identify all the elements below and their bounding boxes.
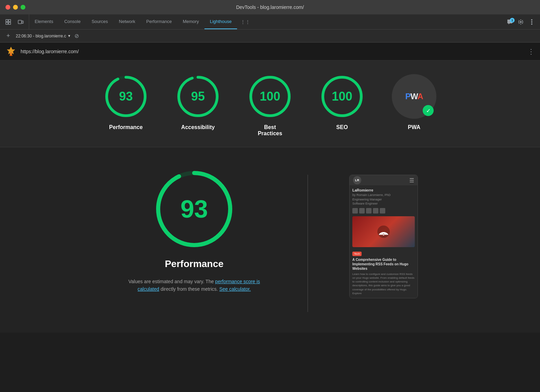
pwa-circle: PWA ✓ xyxy=(392,74,436,119)
minimize-button[interactable] xyxy=(13,5,18,10)
screenshot-header: LR ☰ xyxy=(350,175,418,185)
svg-rect-0 xyxy=(6,20,8,22)
maximize-button[interactable] xyxy=(21,5,25,10)
title-bar: DevTools - blog.laromierre.com/ xyxy=(0,0,540,14)
device-mode-icon[interactable] xyxy=(16,17,25,27)
accessibility-score-value: 95 xyxy=(191,89,205,104)
pwa-text: PWA xyxy=(405,92,423,101)
svg-rect-11 xyxy=(10,52,12,55)
accessibility-circle: 95 xyxy=(176,74,220,119)
score-pwa[interactable]: PWA ✓ PWA xyxy=(392,74,436,130)
seo-circle: 100 xyxy=(320,74,364,119)
lighthouse-logo-icon xyxy=(5,46,16,57)
seo-label: SEO xyxy=(336,124,348,130)
main-performance-section: 93 Performance Values are estimated and … xyxy=(0,147,540,333)
svg-point-7 xyxy=(531,19,532,21)
social-icon-3 xyxy=(366,208,372,214)
lighthouse-header: https://blog.laromierre.com/ ⋮ xyxy=(0,43,540,60)
chat-badge: 1 xyxy=(510,18,515,23)
lighthouse-more-button[interactable]: ⋮ xyxy=(528,47,535,56)
svg-point-23 xyxy=(377,226,390,238)
more-options-icon[interactable] xyxy=(527,17,537,27)
best-practices-circle: 100 xyxy=(248,74,292,119)
score-description: Values are estimated and may vary. The p… xyxy=(122,278,266,293)
screenshot-article-desc: Learn how to configure and customize RSS… xyxy=(352,272,415,295)
lighthouse-url: https://blog.laromierre.com/ xyxy=(21,49,528,54)
svg-point-8 xyxy=(531,21,532,23)
score-best-practices[interactable]: 100 BestPractices xyxy=(248,74,292,137)
svg-rect-3 xyxy=(9,22,11,24)
session-bar: + 22:06:30 - blog.laromierre.c ▼ ⊘ xyxy=(0,30,540,43)
svg-point-24 xyxy=(383,234,384,235)
devtools-right-icons: 1 xyxy=(502,14,540,29)
window-title: DevTools - blog.laromierre.com/ xyxy=(236,4,304,10)
performance-title: Performance xyxy=(165,258,223,269)
best-practices-label: BestPractices xyxy=(258,124,282,137)
screenshot-icons-row xyxy=(352,208,415,214)
tab-performance[interactable]: Performance xyxy=(141,14,177,29)
svg-rect-5 xyxy=(22,21,23,23)
chat-icon[interactable]: 1 xyxy=(505,17,515,27)
tech-badge: Tech xyxy=(352,252,362,256)
social-icon-4 xyxy=(373,208,378,214)
devtools-tabs-bar: Elements Console Sources Network Perform… xyxy=(0,14,540,30)
settings-icon[interactable] xyxy=(516,17,526,27)
add-session-button[interactable]: + xyxy=(4,32,12,40)
screenshot-menu-icon: ☰ xyxy=(409,177,414,184)
scores-section: 93 Performance 95 Accessibility 100 Best… xyxy=(0,60,540,147)
close-button[interactable] xyxy=(5,5,10,10)
svg-rect-2 xyxy=(6,22,8,24)
performance-label: Performance xyxy=(109,124,143,130)
tab-sources[interactable]: Sources xyxy=(86,14,114,29)
tab-lighthouse[interactable]: Lighthouse xyxy=(204,14,237,29)
tab-elements[interactable]: Elements xyxy=(29,14,59,29)
performance-circle: 93 xyxy=(104,74,148,119)
screenshot-site-name: LaRomierre xyxy=(352,188,415,192)
score-accessibility[interactable]: 95 Accessibility xyxy=(176,74,220,130)
see-calculator-link[interactable]: See calculator. xyxy=(219,286,251,292)
pwa-label: PWA xyxy=(408,124,420,130)
score-performance[interactable]: 93 Performance xyxy=(104,74,148,130)
tab-memory[interactable]: Memory xyxy=(177,14,204,29)
screenshot-body: LaRomierre by Romain Laromierre, PhD Eng… xyxy=(350,185,418,298)
best-practices-score-value: 100 xyxy=(260,89,280,104)
social-icon-2 xyxy=(359,208,365,214)
svg-point-6 xyxy=(520,21,522,23)
svg-rect-1 xyxy=(9,20,11,22)
more-tabs-button[interactable]: ⋮⋮ xyxy=(237,14,254,29)
pwa-check-icon: ✓ xyxy=(423,105,434,116)
screenshot-thumbnail: LR ☰ LaRomierre by Romain Laromierre, Ph… xyxy=(349,175,418,298)
clear-session-button[interactable]: ⊘ xyxy=(74,33,79,39)
large-performance-circle: 93 xyxy=(153,168,235,250)
screenshot-article-title: A Comprehensive Guide to Implementing RS… xyxy=(352,257,415,271)
accessibility-label: Accessibility xyxy=(181,124,215,130)
social-icon-5 xyxy=(380,208,385,214)
section-divider xyxy=(307,175,308,312)
score-seo[interactable]: 100 SEO xyxy=(320,74,364,130)
performance-score-value: 93 xyxy=(119,89,133,104)
devtools-nav: Elements Console Sources Network Perform… xyxy=(29,14,502,29)
site-logo: LR xyxy=(353,176,361,184)
session-label[interactable]: 22:06:30 - blog.laromierre.c ▼ xyxy=(16,34,71,38)
session-dropdown-icon: ▼ xyxy=(68,34,71,38)
tab-console[interactable]: Console xyxy=(59,14,86,29)
traffic-lights xyxy=(5,5,25,10)
svg-point-9 xyxy=(531,23,532,25)
screenshot-hero-image xyxy=(352,216,415,247)
seo-score-value: 100 xyxy=(332,89,352,104)
social-icon-1 xyxy=(352,208,358,214)
large-performance-score: 93 xyxy=(180,195,208,223)
tab-network[interactable]: Network xyxy=(114,14,141,29)
svg-rect-4 xyxy=(18,20,22,24)
screenshot-site-by: by Romain Laromierre, PhD Engineering Ma… xyxy=(352,193,415,206)
inspect-icon[interactable] xyxy=(3,17,13,27)
tab-icon-group xyxy=(0,14,29,29)
svg-rect-12 xyxy=(10,55,12,56)
performance-detail-left: 93 Performance Values are estimated and … xyxy=(122,168,266,293)
